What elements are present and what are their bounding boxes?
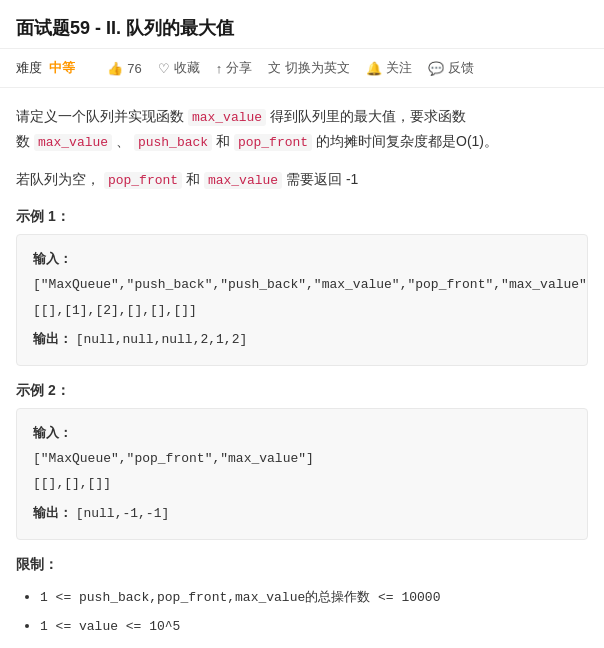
difficulty-badge: 中等 (49, 60, 75, 75)
content-area: 请定义一个队列并实现函数 max_value 得到队列里的最大值，要求函数 数 … (0, 88, 604, 648)
func-pop-front-1: pop_front (234, 134, 312, 151)
example1-label: 示例 1： (16, 208, 588, 226)
example2-input-label: 输入： (33, 425, 72, 440)
feedback-button[interactable]: 💬 反馈 (428, 59, 474, 77)
title-bar: 面试题59 - II. 队列的最大值 (0, 0, 604, 49)
example2-output-row: 输出： [null,-1,-1] (33, 501, 571, 527)
example2-input-line2: [[],[],[]] (33, 476, 111, 491)
example1-output-label: 输出： (33, 331, 72, 346)
example1-input-line1: ["MaxQueue","push_back","push_back","max… (33, 277, 587, 292)
like-count: 76 (127, 61, 141, 76)
page-wrapper: 面试题59 - II. 队列的最大值 难度 中等 👍 76 ♡ 收藏 ↑ 分享 … (0, 0, 604, 648)
empty-description: 若队列为空， pop_front 和 max_value 需要返回 -1 (16, 167, 588, 192)
switch-lang-button[interactable]: 文 切换为英文 (268, 59, 350, 77)
like-button[interactable]: 👍 76 (107, 61, 141, 76)
func-pop-front-2: pop_front (104, 172, 182, 189)
example2-label: 示例 2： (16, 382, 588, 400)
share-icon: ↑ (216, 61, 223, 76)
example1-output-value: [null,null,null,2,1,2] (76, 332, 248, 347)
func-push-back-1: push_back (134, 134, 212, 151)
comment-icon: 💬 (428, 61, 444, 76)
example2-input-line1: ["MaxQueue","pop_front","max_value"] (33, 451, 314, 466)
collect-icon: ♡ (158, 61, 170, 76)
limit-list: 1 <= push_back,pop_front,max_value的总操作数 … (16, 582, 588, 640)
collect-button[interactable]: ♡ 收藏 (158, 59, 200, 77)
bell-icon: 🔔 (366, 61, 382, 76)
description: 请定义一个队列并实现函数 max_value 得到队列里的最大值，要求函数 数 … (16, 104, 588, 155)
example2-output-label: 输出： (33, 505, 72, 520)
example1-box: 输入： ["MaxQueue","push_back","push_back",… (16, 234, 588, 366)
follow-button[interactable]: 🔔 关注 (366, 59, 412, 77)
share-button[interactable]: ↑ 分享 (216, 59, 253, 77)
page-title: 面试题59 - II. 队列的最大值 (16, 18, 234, 38)
meta-row: 难度 中等 👍 76 ♡ 收藏 ↑ 分享 文 切换为英文 🔔 关注 💬 反馈 (0, 49, 604, 88)
func-max-value-1: max_value (188, 109, 266, 126)
limit-section: 限制： 1 <= push_back,pop_front,max_value的总… (16, 556, 588, 640)
example2-box: 输入： ["MaxQueue","pop_front","max_value"]… (16, 408, 588, 540)
func-max-value-2: max_value (34, 134, 112, 151)
limit-item-1: 1 <= push_back,pop_front,max_value的总操作数 … (40, 582, 588, 611)
limit-title: 限制： (16, 556, 588, 574)
example2-output-value: [null,-1,-1] (76, 506, 170, 521)
like-icon: 👍 (107, 61, 123, 76)
limit-item-2: 1 <= value <= 10^5 (40, 611, 588, 640)
func-max-value-3: max_value (204, 172, 282, 189)
example1-input-label: 输入： (33, 251, 72, 266)
example1-input-row: 输入： ["MaxQueue","push_back","push_back",… (33, 247, 571, 323)
example1-output-row: 输出： [null,null,null,2,1,2] (33, 327, 571, 353)
difficulty-label: 难度 中等 (16, 59, 75, 77)
example2-input-row: 输入： ["MaxQueue","pop_front","max_value"]… (33, 421, 571, 497)
example1-input-line2: [[],[1],[2],[],[],[]] (33, 303, 197, 318)
translate-icon: 文 (268, 59, 281, 77)
